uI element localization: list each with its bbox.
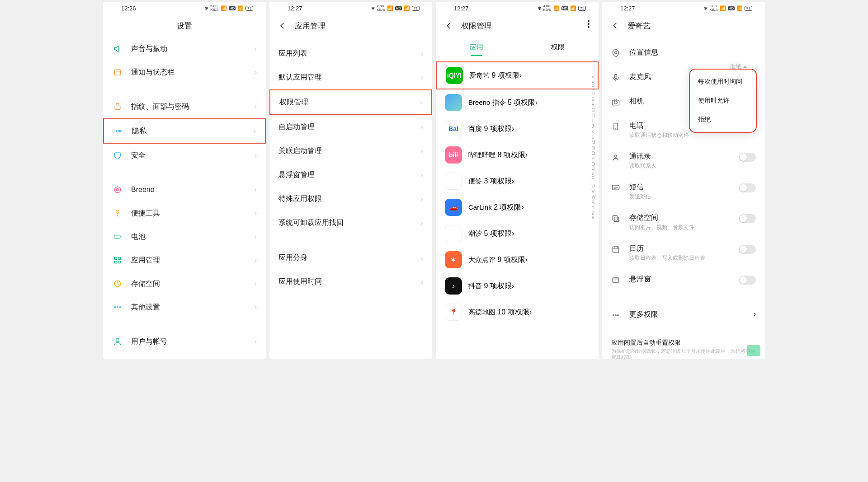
perm-row-float[interactable]: 悬浮窗 xyxy=(602,268,765,293)
perm-row-contacts[interactable]: 通讯录 读取联系人 xyxy=(602,145,765,176)
index-letter[interactable]: P xyxy=(592,156,596,161)
settings-item-apps[interactable]: 应用管理 › xyxy=(103,248,266,272)
row-label: 应用分身 xyxy=(278,253,421,262)
index-letter[interactable]: A xyxy=(592,75,596,80)
popup-option[interactable]: 使用时允许 xyxy=(690,91,756,110)
toggle[interactable] xyxy=(739,153,756,162)
app-perm-count: 9 项权限 xyxy=(491,71,519,79)
index-letter[interactable]: O xyxy=(592,151,596,156)
app-row[interactable]: 🚗 CarLink 2 项权限 › xyxy=(436,194,599,220)
index-letter[interactable]: X xyxy=(592,200,596,205)
toggle[interactable] xyxy=(739,183,756,192)
index-letter[interactable]: S xyxy=(592,173,596,178)
perm-title: 更多权限 xyxy=(629,310,754,319)
settings-item-label: 通知与状态栏 xyxy=(131,68,255,77)
appmgmt-item[interactable]: 自启动管理 › xyxy=(269,115,432,139)
index-letter[interactable]: I xyxy=(592,118,596,123)
index-letter[interactable]: G xyxy=(592,108,596,112)
index-letter[interactable]: J xyxy=(592,124,596,129)
popup-option[interactable]: 拒绝 xyxy=(690,110,756,129)
index-letter[interactable]: F xyxy=(592,102,596,107)
tab-perms[interactable]: 权限 xyxy=(517,38,599,56)
index-letter[interactable]: W xyxy=(592,194,596,199)
index-letter[interactable]: R xyxy=(592,167,596,172)
appmgmt-item[interactable]: 应用列表 › xyxy=(269,42,432,66)
settings-item-user[interactable]: 用户与帐号 › xyxy=(103,330,266,353)
more-icon[interactable] xyxy=(588,20,590,28)
settings-item-cloud[interactable]: 云服务 › xyxy=(103,353,266,359)
settings-item-breeno[interactable]: Breeno › xyxy=(103,178,266,201)
index-letter[interactable]: # xyxy=(592,216,596,221)
settings-item-battery[interactable]: 电池 › xyxy=(103,225,266,248)
battery-icon: 71 xyxy=(745,6,752,11)
chevron-right-icon: › xyxy=(255,45,257,53)
index-letter[interactable]: K xyxy=(592,129,596,134)
toggle[interactable] xyxy=(739,214,756,223)
index-letter[interactable]: H xyxy=(592,113,596,118)
toggle[interactable] xyxy=(739,276,756,285)
app-row[interactable]: ♪ 抖音 9 项权限 › xyxy=(436,273,599,299)
perm-row-cal[interactable]: 日历 读取日程表、写入或删除日程表 xyxy=(602,238,765,268)
appmgmt-item[interactable]: 关联启动管理 › xyxy=(269,139,432,163)
app-row[interactable]: Breeno 指令 5 项权限 › xyxy=(436,89,599,116)
index-letter[interactable]: U xyxy=(592,183,596,188)
app-icon: Bai xyxy=(445,120,462,137)
settings-item-sound[interactable]: 声音与振动 › xyxy=(103,37,266,61)
app-row[interactable]: ✶ 大众点评 9 项权限 › xyxy=(436,247,599,273)
app-mgmt-list-1: 应用列表 › 默认应用管理 › 权限管理 › 自启动管理 › 关联启动管理 › … xyxy=(269,42,432,235)
alpha-index[interactable]: ABCDEFGHIJKLMNOPQRSTUVWXYZ# xyxy=(592,75,596,221)
popup-option[interactable]: 每次使用时询问 xyxy=(690,72,756,91)
perm-row-storage[interactable]: 存储空间 访问图片、视频、音频文件 xyxy=(602,207,765,238)
header: 爱奇艺 xyxy=(602,14,765,37)
status-indicators: ✱ 4.00KB/S HD 71 xyxy=(538,5,586,12)
app-row[interactable]: Bai 百度 9 项权限 › xyxy=(436,116,599,142)
app-row[interactable]: 📍 高德地图 10 项权限 › xyxy=(436,299,599,325)
app-row[interactable]: bili 哔哩哔哩 8 项权限 › xyxy=(436,142,599,168)
settings-item-notify[interactable]: 通知与状态栏 › xyxy=(103,61,266,84)
settings-item-lock[interactable]: 指纹、面部与密码 › xyxy=(103,95,266,118)
appmgmt-item[interactable]: 权限管理 › xyxy=(269,89,432,115)
index-letter[interactable]: N xyxy=(592,145,596,150)
svg-point-30 xyxy=(618,315,619,316)
index-letter[interactable]: Z xyxy=(592,211,596,215)
appmgmt-item[interactable]: 特殊应用权限 › xyxy=(269,187,432,211)
chevron-right-icon: › xyxy=(255,186,257,194)
back-icon[interactable] xyxy=(611,22,619,30)
app-row[interactable]: 便签 3 项权限 › xyxy=(436,168,599,194)
settings-item-privacy[interactable]: 隐私 › xyxy=(103,118,266,144)
tab-apps[interactable]: 应用 xyxy=(436,38,517,56)
perm-title: 短信 xyxy=(629,183,739,192)
index-letter[interactable]: V xyxy=(592,189,596,194)
appmgmt-item[interactable]: 默认应用管理 › xyxy=(269,66,432,89)
index-letter[interactable]: L xyxy=(592,135,596,140)
appmgmt-item[interactable]: 应用使用时间 › xyxy=(269,270,432,294)
appmgmt-item[interactable]: 系统可卸载应用找回 › xyxy=(269,211,432,235)
settings-item-storage[interactable]: 存储空间 › xyxy=(103,272,266,295)
phone-icon xyxy=(611,122,621,133)
perm-row-sms[interactable]: 短信 发送彩信 xyxy=(602,176,765,207)
toggle[interactable] xyxy=(739,245,756,254)
more-icon xyxy=(611,311,621,322)
chevron-right-icon: › xyxy=(754,310,756,318)
battery-icon: 71 xyxy=(245,6,253,11)
index-letter[interactable]: E xyxy=(592,97,596,102)
back-icon[interactable] xyxy=(445,22,453,30)
storage-icon xyxy=(611,214,621,225)
appmgmt-item[interactable]: 应用分身 › xyxy=(269,246,432,270)
index-letter[interactable]: M xyxy=(592,140,596,145)
app-row[interactable]: ◯ 潮汐 5 项权限 › xyxy=(436,220,599,247)
index-letter[interactable]: B xyxy=(592,80,596,85)
app-row[interactable]: iQIYI 爱奇艺 9 项权限 › xyxy=(436,61,599,89)
perm-row-more[interactable]: 更多权限 › xyxy=(602,304,765,328)
index-letter[interactable]: Q xyxy=(592,162,596,167)
settings-item-other[interactable]: 其他设置 › xyxy=(103,295,266,319)
settings-item-tools[interactable]: 便捷工具 › xyxy=(103,201,266,225)
back-icon[interactable] xyxy=(278,22,287,30)
settings-item-label: 隐私 xyxy=(132,126,254,136)
settings-item-security[interactable]: 安全 › xyxy=(103,144,266,167)
appmgmt-item[interactable]: 悬浮窗管理 › xyxy=(269,163,432,187)
index-letter[interactable]: T xyxy=(592,178,596,183)
index-letter[interactable]: D xyxy=(592,91,596,96)
index-letter[interactable]: C xyxy=(592,86,596,91)
index-letter[interactable]: Y xyxy=(592,205,596,210)
